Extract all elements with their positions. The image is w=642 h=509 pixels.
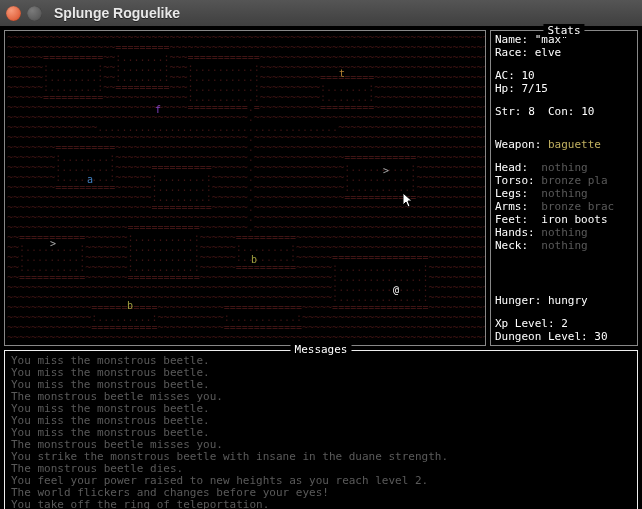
slot-head: Head: nothing: [495, 161, 633, 174]
window-title: Splunge Roguelike: [54, 5, 180, 21]
map-entity: f: [155, 105, 161, 115]
window-titlebar: Splunge Roguelike: [0, 0, 642, 26]
map-entity: a: [87, 175, 93, 185]
slot-arms: Arms: bronze brac: [495, 200, 633, 213]
map-entity: @: [393, 285, 399, 295]
map-entity: b: [251, 255, 257, 265]
stats-title: Stats: [543, 24, 584, 37]
map-entity: b: [127, 301, 133, 311]
map-grid: ~~~~~~~~~~~~~~~~~~~~~~~~~~~~~~~~~~~~~~~~…: [5, 31, 485, 345]
stat-ac: AC: 10: [495, 69, 633, 82]
map-view[interactable]: ~~~~~~~~~~~~~~~~~~~~~~~~~~~~~~~~~~~~~~~~…: [4, 30, 486, 346]
stat-race: Race: elve: [495, 46, 633, 59]
stat-hunger: Hunger: hungry: [495, 294, 633, 307]
stat-xp: Xp Level: 2: [495, 317, 633, 330]
slot-legs: Legs: nothing: [495, 187, 633, 200]
stat-hp: Hp: 7/15: [495, 82, 633, 95]
close-icon[interactable]: [6, 6, 21, 21]
map-entity: >: [50, 239, 56, 249]
slot-hands: Hands: nothing: [495, 226, 633, 239]
map-entity: t: [339, 69, 345, 79]
stat-strcon: Str: 8 Con: 10: [495, 105, 633, 118]
map-entity: >: [383, 166, 389, 176]
slot-neck: Neck: nothing: [495, 239, 633, 252]
mouse-cursor-icon: [403, 193, 415, 209]
messages-panel: Messages You miss the monstrous beetle.Y…: [4, 350, 638, 509]
message-line: You take off the ring of teleportation.: [11, 499, 631, 509]
client-area: ~~~~~~~~~~~~~~~~~~~~~~~~~~~~~~~~~~~~~~~~…: [0, 26, 642, 509]
stats-panel: Stats Name: "max" Race: elve AC: 10 Hp: …: [490, 30, 638, 346]
messages-title: Messages: [291, 344, 352, 356]
slot-feet: Feet: iron boots: [495, 213, 633, 226]
stat-weapon: Weapon: baguette: [495, 138, 633, 151]
minimize-icon[interactable]: [27, 6, 42, 21]
stat-dungeon: Dungeon Level: 30: [495, 330, 633, 343]
slot-torso: Torso: bronze pla: [495, 174, 633, 187]
